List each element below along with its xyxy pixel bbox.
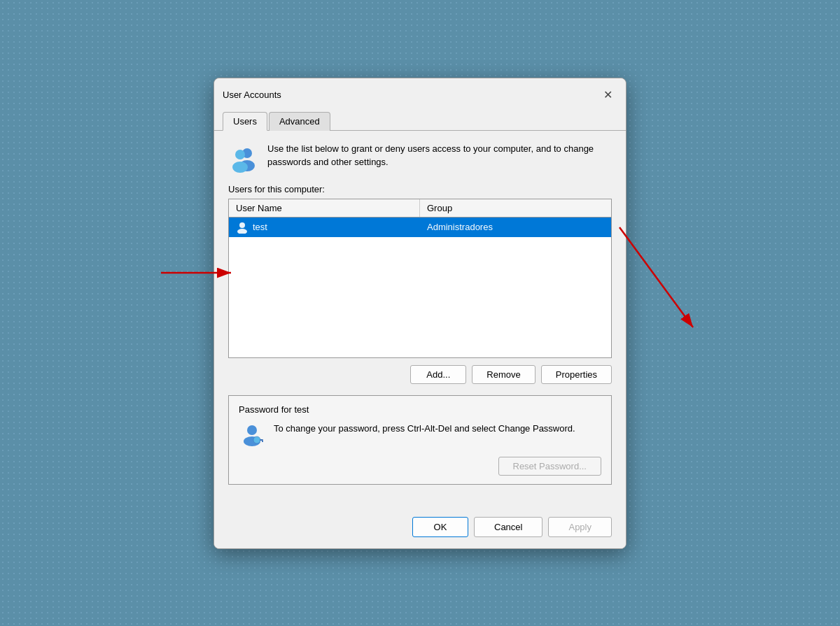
table-body: test Administradores xyxy=(229,218,611,357)
svg-point-9 xyxy=(237,229,247,234)
tab-bar: Users Advanced xyxy=(214,106,626,131)
dialog-content: Use the list below to grant or deny user… xyxy=(214,131,626,510)
svg-point-6 xyxy=(235,150,245,159)
cancel-button[interactable]: Cancel xyxy=(474,517,542,537)
add-button[interactable]: Add... xyxy=(410,365,466,384)
user-accounts-dialog: User Accounts ✕ Users Advanced Use the l… xyxy=(214,78,626,549)
left-arrow-annotation xyxy=(161,266,238,280)
password-user-icon xyxy=(239,422,265,448)
svg-point-8 xyxy=(239,222,245,228)
ok-button[interactable]: OK xyxy=(412,517,468,537)
password-description: To change your password, press Ctrl-Alt-… xyxy=(274,422,575,436)
table-row[interactable]: test Administradores xyxy=(229,218,611,237)
table-action-buttons: Add... Remove Properties xyxy=(228,365,612,384)
info-description: Use the list below to grant or deny user… xyxy=(267,142,612,169)
svg-rect-13 xyxy=(260,439,263,441)
reset-password-button[interactable]: Reset Password... xyxy=(498,457,602,476)
row-user-icon xyxy=(236,221,248,234)
svg-point-10 xyxy=(247,425,257,435)
close-button[interactable]: ✕ xyxy=(598,85,617,105)
password-section-title: Password for test xyxy=(239,404,601,415)
col-username: User Name xyxy=(229,199,420,217)
properties-button[interactable]: Properties xyxy=(541,365,612,384)
dialog-title: User Accounts xyxy=(223,90,281,100)
password-info: To change your password, press Ctrl-Alt-… xyxy=(239,422,601,448)
cell-username: test xyxy=(229,218,420,237)
password-section: Password for test To change your passwor… xyxy=(228,395,612,485)
remove-button[interactable]: Remove xyxy=(472,365,535,384)
svg-line-3 xyxy=(620,227,693,327)
svg-rect-14 xyxy=(262,441,263,442)
tab-advanced[interactable]: Advanced xyxy=(269,112,330,131)
dialog-footer: OK Cancel Apply xyxy=(214,510,626,548)
col-group: Group xyxy=(420,199,611,217)
svg-point-12 xyxy=(253,436,260,443)
diagonal-arrow-annotation xyxy=(612,224,704,336)
svg-point-7 xyxy=(232,162,248,173)
users-icon xyxy=(228,143,258,173)
users-table: User Name Group test Administradores xyxy=(228,199,612,358)
table-header: User Name Group xyxy=(229,199,611,218)
title-bar: User Accounts ✕ xyxy=(214,78,626,105)
tab-users[interactable]: Users xyxy=(223,112,267,131)
reset-btn-row: Reset Password... xyxy=(239,457,601,476)
apply-button[interactable]: Apply xyxy=(548,517,612,537)
cell-group: Administradores xyxy=(420,218,611,237)
info-section: Use the list below to grant or deny user… xyxy=(228,142,612,173)
users-section-label: Users for this computer: xyxy=(228,184,612,194)
